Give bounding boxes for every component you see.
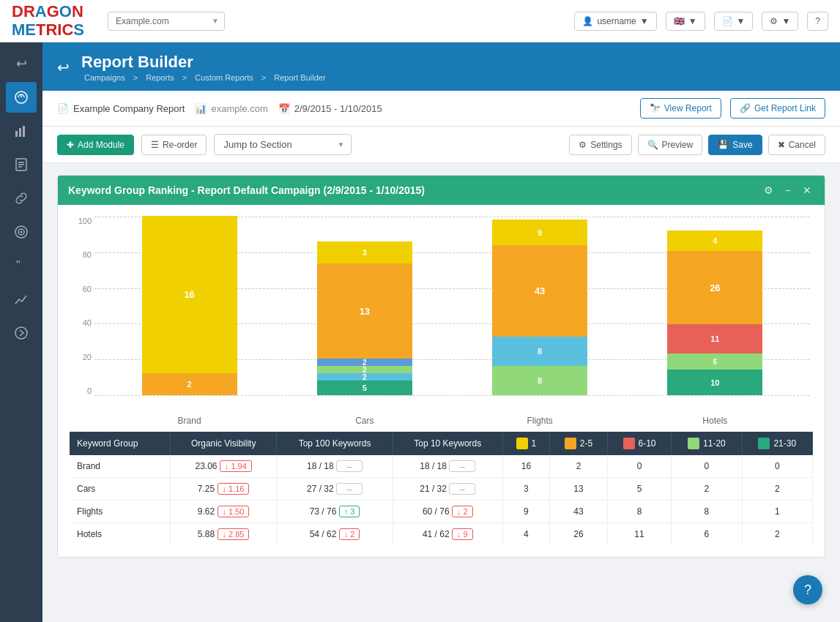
page-title: Report Builder xyxy=(81,53,329,72)
bar-flights-seg2: 8 xyxy=(492,337,587,366)
th-col25-label: 2-5 xyxy=(580,438,592,449)
module-header: Keyword Group Ranking - Report Default C… xyxy=(58,176,825,205)
bar-cars-segments: 5 2 2 2 13 3 xyxy=(317,241,412,395)
swatch-21-30 xyxy=(758,438,770,449)
td-top100: 54 / 62 ↓2 xyxy=(277,523,393,546)
module-card: Keyword Group Ranking - Report Default C… xyxy=(57,175,825,558)
chat-bubble-button[interactable]: ? xyxy=(793,575,822,604)
td-top10: 41 / 62 ↓9 xyxy=(393,523,502,546)
jump-select-wrap[interactable]: Jump to Section Keyword Group Ranking ▼ xyxy=(214,134,352,155)
y-label-80: 80 xyxy=(64,250,92,259)
bar-hotels-seg4: 26 xyxy=(667,251,762,324)
settings-button[interactable]: ⚙ ▼ xyxy=(762,12,798,31)
doc-button[interactable]: 📄 ▼ xyxy=(714,12,754,31)
bar-hotels-seg1: 10 xyxy=(667,370,762,395)
th-keyword-group: Keyword Group xyxy=(70,432,171,455)
preview-button[interactable]: 🔍 Preview xyxy=(638,135,703,155)
add-module-button[interactable]: ✚ Add Module xyxy=(57,135,134,155)
top-nav: DRAGONMETRICS Example.com ▼ 👤 username ▼… xyxy=(0,0,840,42)
top10-badge: ↓9 xyxy=(452,528,473,540)
report-info: 📄 Example Company Report 📊 example.com 📅… xyxy=(57,103,631,114)
reorder-label: Re-order xyxy=(163,140,197,150)
badge-down-icon: ↓ xyxy=(223,507,227,516)
bar-brand-seg1: 2 xyxy=(142,373,237,395)
action-bar: ✚ Add Module ☰ Re-order Jump to Section … xyxy=(42,127,840,163)
td-col1120: 8 xyxy=(672,501,742,523)
get-report-link-button[interactable]: 🔗 Get Report Link xyxy=(730,98,825,119)
add-module-label: Add Module xyxy=(78,140,124,150)
username-label: username xyxy=(597,16,636,26)
svg-rect-3 xyxy=(19,128,21,137)
th-col1120: 11-20 xyxy=(672,432,742,455)
td-organic-vis: 5.88 ↓2.85 xyxy=(171,523,277,546)
module-close-button[interactable]: ✕ xyxy=(800,183,814,198)
td-organic-vis: 7.25 ↓1.16 xyxy=(171,478,277,501)
sidebar-item-analytics[interactable] xyxy=(6,116,37,146)
user-icon: 👤 xyxy=(582,16,593,26)
module-minimize-button[interactable]: − xyxy=(782,183,794,198)
bar-cars-seg2: 2 xyxy=(317,373,412,381)
chart-container: 0 20 40 60 80 100 xyxy=(58,205,825,432)
flag-icon: 🇬🇧 xyxy=(674,16,685,26)
plus-icon: ✚ xyxy=(67,140,74,150)
cancel-button[interactable]: ✖ Cancel xyxy=(768,135,825,155)
top100-badge: ↑3 xyxy=(339,506,360,517)
td-col1: 9 xyxy=(502,501,550,523)
badge-down-icon: ↓ xyxy=(344,530,349,539)
td-col2130: 1 xyxy=(742,501,812,523)
reorder-button[interactable]: ☰ Re-order xyxy=(141,135,207,155)
report-area: Keyword Group Ranking - Report Default C… xyxy=(42,163,840,569)
breadcrumb-custom-reports[interactable]: Custom Reports xyxy=(195,73,253,82)
th-col1: 1 xyxy=(502,432,550,455)
bar-flights-seg3: 43 xyxy=(492,245,587,337)
swatch-2-5 xyxy=(565,438,576,449)
td-group: Brand xyxy=(70,455,171,478)
campaign-select[interactable]: Example.com xyxy=(108,12,225,31)
report-chart-icon: 📊 xyxy=(195,103,207,114)
report-date: 📅 2/9/2015 - 1/10/2015 xyxy=(278,103,382,114)
user-button[interactable]: 👤 username ▼ xyxy=(574,12,656,31)
top100-badge: -- xyxy=(336,483,363,495)
td-col2130: 2 xyxy=(742,478,812,501)
bar-group-flights: 8 8 43 9 xyxy=(492,220,587,395)
settings-label: Settings xyxy=(590,140,622,150)
sidebar-item-arrow[interactable] xyxy=(6,318,37,348)
sidebar-item-reports[interactable] xyxy=(6,149,37,180)
breadcrumb-campaigns[interactable]: Campaigns xyxy=(84,73,125,82)
td-col25: 26 xyxy=(550,523,608,546)
bar-group-hotels: 10 6 11 26 4 xyxy=(667,231,762,395)
th-col610: 6-10 xyxy=(607,432,671,455)
td-organic-vis: 23.06 ↓1.94 xyxy=(171,455,277,478)
breadcrumb-reports[interactable]: Reports xyxy=(146,73,174,82)
jump-select[interactable]: Jump to Section Keyword Group Ranking xyxy=(214,134,352,155)
svg-point-11 xyxy=(21,231,23,233)
sidebar-item-quotes[interactable]: " xyxy=(6,250,37,281)
td-col1120: 0 xyxy=(672,455,742,478)
sidebar-item-dashboard[interactable] xyxy=(6,82,37,113)
th-col1-label: 1 xyxy=(532,438,537,449)
settings-action-button[interactable]: ⚙ Settings xyxy=(569,135,631,155)
module-settings-button[interactable]: ⚙ xyxy=(761,183,776,198)
sidebar-item-targets[interactable] xyxy=(6,217,37,247)
campaign-select-wrap[interactable]: Example.com ▼ xyxy=(108,12,225,31)
badge-down-icon: ↓ xyxy=(225,462,229,471)
sidebar-item-trends[interactable] xyxy=(6,284,37,315)
back-button[interactable]: ↩ xyxy=(57,59,70,76)
y-label-100: 100 xyxy=(64,217,92,225)
cancel-label: Cancel xyxy=(789,140,816,150)
sidebar-item-back[interactable]: ↩ xyxy=(6,48,37,79)
td-col1120: 2 xyxy=(672,478,742,501)
bar-cars: 5 2 2 2 13 3 xyxy=(317,241,412,395)
bar-cars-seg3: 2 xyxy=(317,366,412,373)
badge-up-icon: ↑ xyxy=(344,507,349,516)
view-report-button[interactable]: 🔭 View Report xyxy=(640,98,721,119)
page-header: ↩ Report Builder Campaigns > Reports > C… xyxy=(42,42,840,91)
th-col2130-label: 21-30 xyxy=(773,438,796,449)
view-report-label: View Report xyxy=(664,103,712,113)
help-button[interactable]: ? xyxy=(807,12,828,31)
user-dropdown-icon: ▼ xyxy=(640,16,649,26)
badge-down-icon: ↓ xyxy=(223,484,227,493)
sidebar-item-links[interactable] xyxy=(6,183,37,214)
flag-button[interactable]: 🇬🇧 ▼ xyxy=(666,12,705,31)
save-button[interactable]: 💾 Save xyxy=(708,135,762,155)
